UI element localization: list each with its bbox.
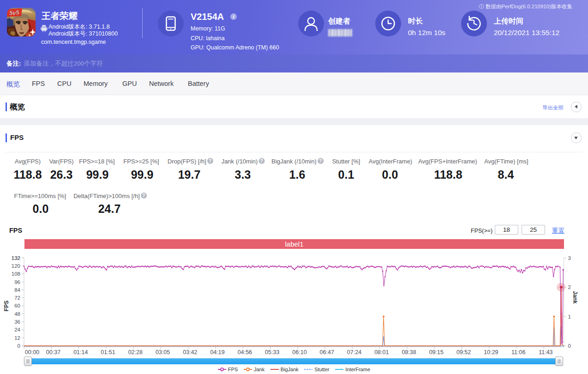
svg-text:120: 120 [12, 263, 20, 269]
svg-text:09:15: 09:15 [429, 349, 444, 356]
svg-text:04:56: 04:56 [238, 349, 252, 356]
svg-text:5v5: 5v5 [9, 9, 20, 17]
svg-text:132: 132 [12, 255, 20, 261]
svg-text:60: 60 [14, 303, 20, 308]
svg-text:01:14: 01:14 [73, 349, 88, 356]
svg-text:04:19: 04:19 [210, 349, 224, 356]
svg-text:96: 96 [14, 279, 20, 285]
svg-text:07:24: 07:24 [347, 349, 361, 356]
svg-text:11:43: 11:43 [539, 349, 552, 356]
svg-text:01:51: 01:51 [101, 349, 115, 356]
svg-text:00:37: 00:37 [46, 349, 60, 356]
svg-text:2: 2 [568, 284, 571, 290]
svg-text:24: 24 [14, 327, 20, 332]
svg-text:0: 0 [568, 343, 571, 349]
svg-text:08:01: 08:01 [374, 349, 389, 356]
svg-text:108: 108 [12, 271, 20, 277]
svg-text:Jank: Jank [572, 291, 578, 304]
svg-text:06:10: 06:10 [292, 349, 306, 356]
svg-text:0: 0 [18, 343, 20, 349]
svg-text:05:33: 05:33 [265, 349, 279, 356]
svg-text:84: 84 [14, 287, 20, 293]
svg-text:1: 1 [568, 314, 571, 320]
svg-text:08:38: 08:38 [402, 349, 416, 356]
svg-text:48: 48 [14, 311, 20, 317]
svg-text:12: 12 [14, 335, 20, 341]
svg-text:00:00: 00:00 [25, 349, 39, 356]
svg-text:03:05: 03:05 [156, 349, 170, 356]
svg-text:3: 3 [568, 255, 571, 261]
svg-text:FPS: FPS [3, 301, 10, 311]
svg-text:72: 72 [14, 295, 20, 301]
svg-text:06:47: 06:47 [320, 349, 334, 356]
svg-text:02:28: 02:28 [128, 349, 143, 356]
svg-text:09:52: 09:52 [456, 349, 471, 356]
svg-text:11:06: 11:06 [511, 349, 525, 356]
svg-text:36: 36 [14, 319, 20, 325]
svg-text:10:29: 10:29 [484, 349, 498, 356]
svg-text:03:42: 03:42 [183, 349, 197, 356]
